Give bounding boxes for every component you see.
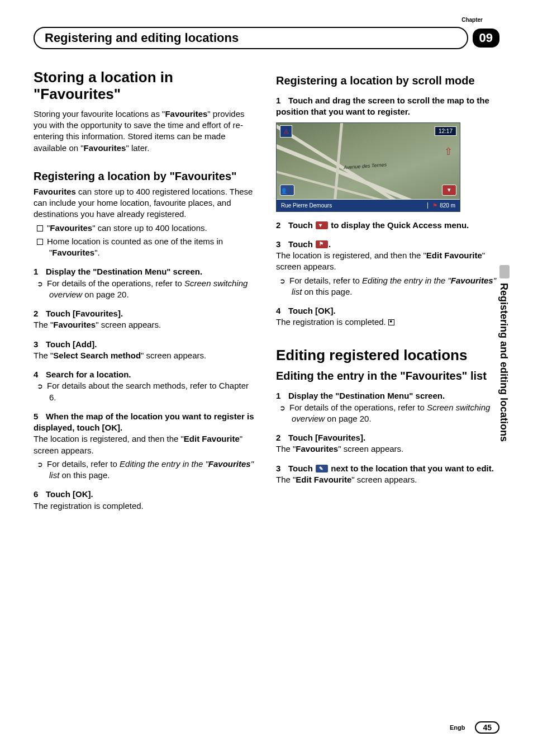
map-distance: 820 m — [427, 202, 460, 209]
step-5-head: 5When the map of the location you want t… — [34, 411, 257, 434]
bullet-box-icon — [37, 225, 43, 231]
step-text: Touch [Favourites]. — [46, 309, 123, 318]
text: " can store up to 400 locations. — [92, 223, 207, 233]
text: " screen appears. — [96, 320, 161, 329]
edit-step-1-head: 1Display the "Destination Menu" screen. — [276, 390, 499, 401]
step-text: Search for a location. — [46, 370, 131, 379]
step-number: 2 — [276, 432, 288, 443]
step-number: 1 — [276, 95, 288, 106]
step-text: When the map of the location you want to… — [34, 412, 254, 432]
text: For details about the search methods, re… — [47, 381, 249, 401]
text: For details, refer to — [47, 459, 120, 469]
text: . — [329, 239, 331, 249]
bullet-item: "Favourites" can store up to 400 locatio… — [34, 223, 257, 234]
map-screenshot: Avenue des Ternes 12:17 Rue Pierre Demou… — [276, 122, 460, 212]
text: Editing the entry in the " — [362, 276, 451, 285]
heading-editing-entry: Editing the entry in the "Favourites" li… — [276, 369, 499, 382]
text: The location is registered, and then the… — [276, 251, 426, 260]
footer-language: Engb — [450, 724, 465, 731]
text: Favourites — [34, 187, 76, 196]
step-text: Touch [OK]. — [288, 306, 336, 315]
text: Favourites — [52, 248, 94, 257]
edit-step-2-head: 2Touch [Favourites]. — [276, 432, 499, 443]
scroll-step-3-note: For details, refer to Editing the entry … — [276, 275, 499, 298]
scroll-step-3-head: 3Touch . — [276, 239, 499, 250]
chapter-label: Chapter — [461, 17, 483, 23]
arrow-icon — [279, 275, 289, 286]
step-4-note: For details about the search methods, re… — [34, 380, 257, 403]
edit-pencil-icon — [315, 464, 329, 473]
text: Favourites — [208, 459, 251, 469]
scroll-step-3-after: The location is registered, and then the… — [276, 250, 499, 273]
text: Touch — [288, 220, 315, 230]
map-time-badge: 12:17 — [435, 126, 456, 136]
text: ". — [94, 248, 100, 257]
arrow-icon — [279, 402, 289, 413]
map-triangle-icon — [280, 125, 292, 138]
text: The registration is completed. — [276, 317, 386, 327]
step-number: 4 — [276, 305, 288, 316]
bullet-box-icon — [37, 239, 43, 245]
step-number: 6 — [34, 489, 46, 500]
page-footer: Engb 45 — [450, 721, 499, 734]
edit-step-1-note: For details of the operations, refer to … — [276, 402, 499, 425]
text: Storing your favourite locations as " — [34, 109, 165, 119]
step-2-head: 2Touch [Favourites]. — [34, 308, 257, 319]
reg-intro-paragraph: Favourites can store up to 400 registere… — [34, 186, 257, 220]
arrow-icon — [37, 278, 47, 289]
text: For details of the operations, refer to — [289, 403, 427, 412]
step-text: Touch [Add]. — [46, 339, 97, 349]
heading-storing-location: Storing a location in "Favourites" — [34, 69, 257, 103]
footer-page-number: 45 — [475, 721, 499, 734]
text: to display the Quick Access menu. — [329, 220, 469, 230]
scroll-step-4-head: 4Touch [OK]. — [276, 305, 499, 316]
text: The " — [34, 351, 53, 360]
text: next to the location that you want to ed… — [329, 464, 494, 473]
text: Favourites — [84, 143, 126, 153]
step-6-head: 6Touch [OK]. — [34, 489, 257, 500]
text: Edit Favourite — [184, 434, 240, 443]
edit-step-3-head: 3Touch next to the location that you wan… — [276, 463, 499, 474]
text: Favourites — [53, 320, 96, 329]
chapter-number-badge: 09 — [473, 29, 499, 48]
map-person-icon — [280, 185, 294, 196]
text: 820 m — [440, 202, 455, 209]
heading-registering-by-scroll: Registering a location by scroll mode — [276, 74, 499, 87]
text: " later. — [126, 143, 149, 153]
step-text: Display the "Destination Menu" screen. — [288, 391, 445, 400]
map-bottom-bar: Rue Pierre Demours 820 m — [277, 199, 460, 211]
text: Touch — [288, 464, 315, 473]
text: Select Search method — [53, 351, 141, 360]
text: on page 20. — [325, 414, 371, 423]
text: Favourites — [296, 444, 338, 453]
text: The " — [276, 475, 296, 484]
map-bottom-street: Rue Pierre Demours — [277, 202, 427, 209]
text: on this page. — [302, 287, 352, 296]
edit-step-3-after: The "Edit Favourite" screen appears. — [276, 474, 499, 485]
text: The location is registered, and then the… — [34, 434, 184, 443]
map-quick-access-icon — [442, 185, 456, 196]
step-number: 2 — [34, 308, 46, 319]
step-5-after: The location is registered, and then the… — [34, 433, 257, 456]
step-text: Touch [OK]. — [46, 489, 93, 499]
side-tab-label: Registering and editing locations — [498, 283, 510, 442]
map-street-center-label: Avenue des Ternes — [344, 162, 387, 170]
text: " screen appears. — [351, 475, 417, 484]
step-5-note: For details, refer to Editing the entry … — [34, 459, 257, 481]
step-4-head: 4Search for a location. — [34, 369, 257, 380]
step-number: 3 — [34, 339, 46, 350]
step-number: 1 — [34, 266, 46, 277]
flag-icon — [432, 202, 437, 209]
scroll-step-2-head: 2Touch to display the Quick Access menu. — [276, 220, 499, 231]
quick-access-icon — [315, 221, 329, 230]
arrow-icon — [37, 380, 47, 391]
step-3-head: 3Touch [Add]. — [34, 339, 257, 350]
text: Edit Favourite — [426, 251, 482, 260]
text: The " — [276, 444, 296, 453]
step-number: 1 — [276, 390, 288, 401]
map-compass-icon — [444, 145, 455, 161]
text: Favourites — [451, 276, 493, 285]
text: For details, refer to — [289, 276, 362, 285]
intro-paragraph: Storing your favourite locations as "Fav… — [34, 108, 257, 154]
text: on this page. — [59, 470, 110, 480]
